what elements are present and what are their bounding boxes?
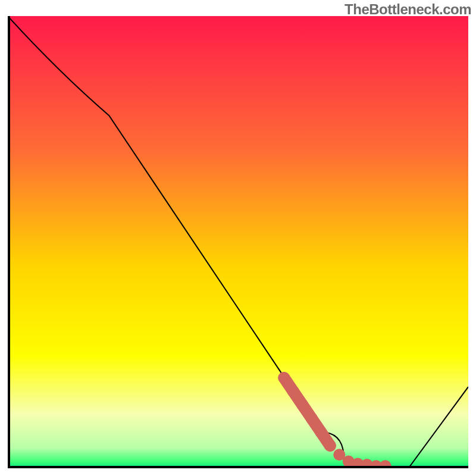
axes-frame: [8, 16, 468, 468]
chart-container: TheBottleneck.com: [0, 0, 476, 476]
watermark-label: TheBottleneck.com: [345, 1, 471, 18]
